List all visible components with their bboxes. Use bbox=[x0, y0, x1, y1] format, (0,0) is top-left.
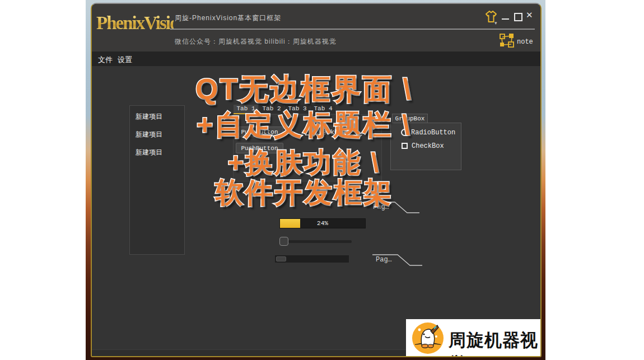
push-button-2[interactable]: PushButton bbox=[236, 143, 283, 153]
maximize-button[interactable] bbox=[514, 11, 522, 21]
list-item[interactable]: 新建项目 bbox=[136, 148, 162, 157]
titlebar-divider bbox=[170, 29, 535, 30]
page-callout-label[interactable]: Pag… bbox=[373, 203, 389, 211]
minimize-button[interactable] bbox=[501, 11, 510, 21]
list-item[interactable]: 新建项目 bbox=[136, 130, 162, 139]
scrollbar-handle[interactable] bbox=[276, 256, 286, 261]
brand-name: 周旋机器视觉 bbox=[449, 329, 542, 357]
content-area: 新建项目 新建项目 新建项目 Tab 1 Tab 2 Tab 3 Tab 4 P… bbox=[92, 66, 540, 357]
tab-4[interactable]: Tab 4 bbox=[311, 105, 335, 113]
list-item[interactable]: 新建项目 bbox=[136, 112, 162, 121]
note-group-icon bbox=[500, 40, 515, 49]
horizontal-scrollbar[interactable] bbox=[275, 255, 349, 263]
progress-bar: 24% bbox=[279, 218, 366, 228]
checkbox-icon[interactable] bbox=[305, 129, 311, 135]
note-button[interactable]: note bbox=[500, 34, 539, 49]
close-button[interactable]: ✕ bbox=[526, 10, 533, 20]
window-subtitle: 微信公众号：周旋机器视觉 bilibili：周旋机器视觉 bbox=[175, 37, 337, 46]
app-logo: PhenixVision bbox=[96, 10, 174, 36]
app-window: PhenixVision 周旋-PhenixVision基本窗口框架 微信公众号… bbox=[91, 3, 542, 357]
checkbox-icon[interactable] bbox=[402, 143, 408, 149]
chevron-down-icon[interactable]: ▾ bbox=[494, 20, 497, 26]
push-button-1[interactable]: PushButton bbox=[236, 127, 283, 137]
page-callout-1: Pag… bbox=[369, 200, 421, 215]
window-title: 周旋-PhenixVision基本窗口框架 bbox=[175, 13, 281, 23]
radio-button-label[interactable]: RadioButton bbox=[411, 129, 455, 137]
slider-groove bbox=[288, 240, 352, 243]
menu-item-settings[interactable]: 设置 bbox=[118, 55, 132, 65]
groupbox: RadioButton CheckBox bbox=[390, 123, 461, 170]
project-list[interactable]: 新建项目 新建项目 新建项目 bbox=[129, 105, 185, 255]
groupbox-title: GroupBox bbox=[392, 114, 428, 123]
slider-handle[interactable] bbox=[279, 237, 288, 246]
note-button-label: note bbox=[517, 38, 533, 46]
tab-1[interactable]: Tab 1 bbox=[234, 105, 258, 114]
title-bar[interactable]: PhenixVision 周旋-PhenixVision基本窗口框架 微信公众号… bbox=[92, 4, 540, 52]
menu-item-file[interactable]: 文件 bbox=[98, 55, 113, 65]
checkbox-label[interactable]: CheckBox bbox=[412, 142, 444, 150]
tab-3[interactable]: Tab 3 bbox=[285, 105, 310, 113]
progress-value: 24% bbox=[280, 220, 365, 227]
menu-bar: 文件 设置 bbox=[92, 52, 540, 66]
checkbox-label[interactable]: CheckBox bbox=[314, 129, 347, 137]
page-callout-2: Pag… bbox=[372, 253, 423, 268]
page-callout-label[interactable]: Pag… bbox=[376, 256, 392, 264]
tab-2[interactable]: Tab 2 bbox=[259, 105, 284, 113]
radio-button-icon[interactable] bbox=[401, 129, 408, 136]
mascot-logo-icon bbox=[412, 322, 444, 354]
horizontal-slider[interactable] bbox=[279, 237, 442, 246]
brand-footer: 周旋机器视觉 bbox=[406, 319, 542, 357]
